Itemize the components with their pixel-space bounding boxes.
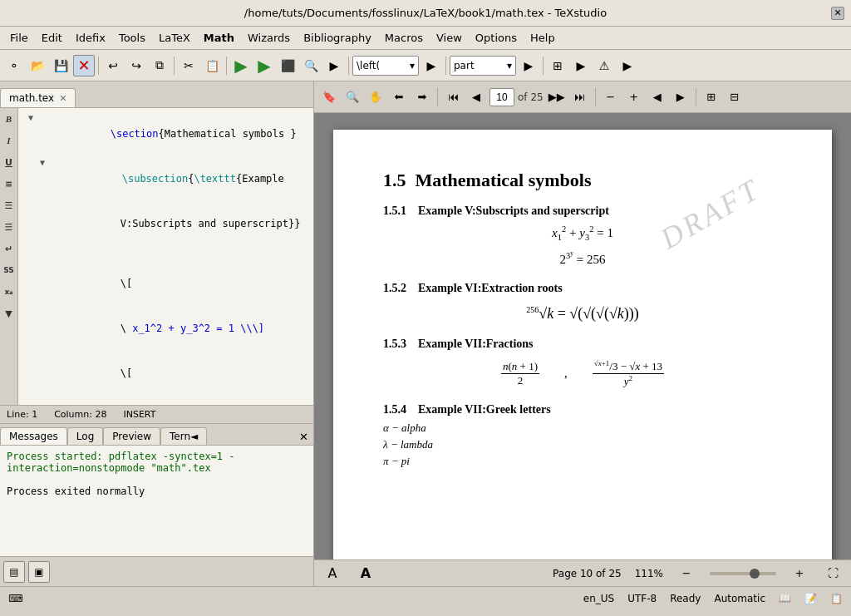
toolbar-open-btn[interactable]: 📂: [27, 55, 48, 76]
pdf-search-btn[interactable]: 🔍: [342, 87, 362, 107]
menu-view[interactable]: View: [430, 30, 469, 46]
toolbar-warning-btn[interactable]: ⚠: [593, 55, 615, 76]
editor-line: \[: [18, 351, 313, 396]
toolbar-sep1: [98, 57, 99, 75]
pdf-status-icon1[interactable]: A: [322, 564, 342, 584]
pdf-status-bar: A A Page 10 of 25 111% − + ⛶: [314, 559, 851, 586]
pdf-columns-btn[interactable]: ⊞: [701, 87, 721, 107]
toolbar-compile-btn[interactable]: ▶: [253, 55, 275, 76]
status-mode: INSERT: [123, 409, 155, 420]
menu-math[interactable]: Math: [197, 30, 241, 46]
pdf-bookmark-btn[interactable]: 🔖: [319, 87, 339, 107]
pdf-toolbar: 🔖 🔍 ✋ ⬅ ➡ ⏮ ◀ of 25 ▶▶ ⏭ − + ◀ ▶ ⊞ ⊟: [314, 81, 851, 113]
sidebar-align-icon[interactable]: ≡: [2, 176, 17, 191]
message-line-2: [7, 474, 307, 485]
toolbar-part-run-btn[interactable]: ▶: [518, 55, 539, 76]
toolbar-stop-btn[interactable]: ✕: [73, 55, 95, 76]
pdf-status-icon2[interactable]: A: [356, 564, 376, 584]
pdf-zoom-slider[interactable]: [710, 572, 776, 575]
log-tab[interactable]: Log: [67, 427, 103, 445]
toolbar-nav-btn[interactable]: ▶: [570, 55, 592, 76]
pdf-last-page-btn[interactable]: ⏭: [570, 87, 590, 107]
editor[interactable]: ▼ \section{Mathematical symbols } ▼ \sub…: [18, 108, 313, 405]
bottom-icon-2[interactable]: ▣: [28, 561, 50, 583]
toolbar-stop2-btn[interactable]: ⬛: [277, 55, 298, 76]
pdf-zoom-level: 111%: [635, 568, 663, 579]
toolbar-undo-btn[interactable]: ↩: [102, 55, 124, 76]
menu-options[interactable]: Options: [469, 30, 524, 46]
sidebar-arrow-down-icon[interactable]: ▼: [2, 306, 17, 321]
menu-idefix[interactable]: Idefix: [69, 30, 112, 46]
status-keyboard-icon: ⌨: [8, 593, 22, 604]
pdf-prev-highlight-btn[interactable]: ⬅: [389, 87, 409, 107]
menu-edit[interactable]: Edit: [35, 30, 69, 46]
toolbar-build-btn[interactable]: ▶: [230, 55, 252, 76]
editor-tab[interactable]: math.tex ✕: [0, 88, 76, 107]
sidebar-italic-icon[interactable]: I: [2, 133, 17, 148]
pdf-next-page-btn[interactable]: ▶▶: [547, 87, 567, 107]
toolbar-paste-btn[interactable]: 📋: [201, 55, 223, 76]
messages-tab[interactable]: Messages: [0, 427, 67, 445]
menu-latex[interactable]: LaTeX: [152, 30, 197, 46]
toolbar-sep4: [348, 57, 349, 75]
pdf-math-153: n(n + 1) 2 , √x+1/3 − √x + 13 y2: [383, 359, 782, 389]
menu-macros[interactable]: Macros: [378, 30, 430, 46]
pdf-next-highlight-btn[interactable]: ➡: [412, 87, 432, 107]
sidebar-underline-icon[interactable]: U: [2, 155, 17, 170]
toolbar-redo-btn[interactable]: ↪: [125, 55, 147, 76]
preview-tab[interactable]: Preview: [103, 427, 160, 445]
toolbar-save-btn[interactable]: 💾: [50, 55, 71, 76]
pdf-greek-alpha: α − alpha: [383, 421, 782, 435]
sidebar-sub-icon[interactable]: xa: [2, 284, 17, 299]
pdf-page-input[interactable]: [489, 88, 514, 106]
status-icon2: 📝: [804, 593, 817, 604]
menu-file[interactable]: File: [3, 30, 35, 46]
titlebar-text: /home/tuts/Documents/fosslinux/LaTeX/boo…: [244, 7, 607, 19]
menu-wizards[interactable]: Wizards: [241, 30, 297, 46]
toolbar-sep2: [174, 57, 175, 75]
toolbar-cmd-value: \left(: [357, 60, 380, 71]
pdf-zoom-out-btn[interactable]: −: [601, 87, 621, 107]
pdf-prev-page-btn[interactable]: ◀: [466, 87, 486, 107]
fold-arrow[interactable]: ▼: [37, 156, 48, 168]
preview-tab-label: Preview: [112, 431, 151, 442]
pdf-hand-btn[interactable]: ✋: [366, 87, 386, 107]
pdf-page-info: Page 10 of 25: [553, 568, 622, 579]
pdf-fullscreen-btn[interactable]: ⛶: [823, 564, 843, 584]
pdf-first-page-btn[interactable]: ⏮: [443, 87, 463, 107]
fold-arrow[interactable]: ▼: [25, 111, 37, 123]
toolbar-part-dropdown[interactable]: part ▾: [450, 56, 516, 76]
sidebar-ss-icon[interactable]: SS: [2, 263, 17, 278]
pdf-zoom-plus-btn[interactable]: +: [790, 564, 809, 584]
pdf-2col-btn[interactable]: ⊟: [725, 87, 745, 107]
close-button[interactable]: ✕: [831, 7, 844, 20]
pdf-zoom-minus-btn[interactable]: −: [676, 564, 696, 584]
sidebar-bold-icon[interactable]: B: [2, 111, 17, 126]
menu-tools[interactable]: Tools: [112, 30, 152, 46]
pdf-content[interactable]: DRAFT 1.5 Mathematical symbols 1.5.1 Exa…: [314, 113, 851, 559]
menu-help[interactable]: Help: [524, 30, 562, 46]
toolbar-copy-doc-btn[interactable]: ⧉: [149, 55, 170, 76]
toolbar-more-btn[interactable]: ▶: [617, 55, 638, 76]
left-sidebar: B I U ≡ ☰ ☰ ↵ SS xa ▼: [0, 108, 18, 405]
frac-element-2: √x+1/3 − √x + 13 y2: [593, 359, 664, 389]
tab-close-btn[interactable]: ✕: [59, 93, 66, 104]
bottom-icons-bar: ▤ ▣: [0, 556, 313, 586]
toolbar-cut-btn[interactable]: ✂: [178, 55, 199, 76]
toolbar-new-btn[interactable]: ⚬: [3, 55, 25, 76]
menu-bibliography[interactable]: Bibliography: [297, 30, 378, 46]
toolbar-search-btn[interactable]: 🔍: [300, 55, 322, 76]
tern-tab[interactable]: Tern◄: [160, 427, 207, 445]
toolbar-grid-btn[interactable]: ⊞: [547, 55, 568, 76]
messages-panel-close-btn[interactable]: ✕: [294, 429, 313, 445]
bottom-icon-1[interactable]: ▤: [3, 561, 25, 583]
toolbar-cmd-dropdown[interactable]: \left( ▾: [352, 56, 419, 76]
pdf-nav-fwd-btn[interactable]: ▶: [671, 87, 691, 107]
sidebar-return-icon[interactable]: ↵: [2, 241, 17, 256]
toolbar-play2-btn[interactable]: ▶: [323, 55, 345, 76]
sidebar-list1-icon[interactable]: ☰: [2, 198, 17, 213]
pdf-zoom-in-btn[interactable]: +: [624, 87, 644, 107]
pdf-nav-back-btn[interactable]: ◀: [647, 87, 667, 107]
sidebar-list2-icon[interactable]: ☰: [2, 219, 17, 234]
toolbar-cmd-run-btn[interactable]: ▶: [421, 55, 442, 76]
